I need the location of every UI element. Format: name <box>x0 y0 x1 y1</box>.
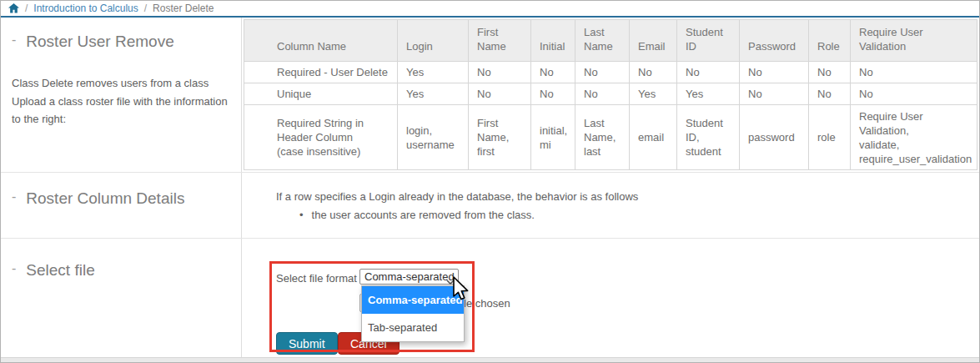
roster-user-remove-description: Class Delete removes users from a class … <box>12 74 234 128</box>
bullet-icon: • <box>299 209 304 221</box>
section-divider <box>1 238 979 239</box>
roster-delete-page: / Introduction to Calculus / Roster Dele… <box>0 0 980 363</box>
table-cell: Required String in Header Column (case i… <box>244 105 398 170</box>
table-cell: password <box>740 105 809 170</box>
file-format-dropdown-list[interactable]: Comma-separatedTab-separated <box>361 285 465 342</box>
table-cell: Require User Validation, validate, requi… <box>851 105 977 170</box>
table-cell: No <box>575 62 630 83</box>
table-header-cell: Email <box>630 20 677 62</box>
section-title: Roster Column Details <box>26 189 184 208</box>
home-icon[interactable] <box>8 3 19 13</box>
section-title: Select file <box>26 261 94 280</box>
table-cell: No <box>851 83 977 105</box>
dropdown-option[interactable]: Tab-separated <box>362 314 464 341</box>
breadcrumb-separator: / <box>25 3 28 14</box>
file-format-select[interactable]: Comma-separated <box>359 269 459 285</box>
table-cell: initial, mi <box>531 105 575 170</box>
selected-option-label: Comma-separated <box>364 270 455 283</box>
column-details-bullet: • the user accounts are removed from the… <box>299 209 535 221</box>
table-cell: No <box>469 62 531 83</box>
section-divider <box>1 172 979 173</box>
table-cell: No <box>740 62 809 83</box>
bullet-text: the user accounts are removed from the c… <box>312 209 535 221</box>
table-row: Required - User DeleteYesNoNoNoNoNoNoNoN… <box>244 62 977 83</box>
table-cell: No <box>809 62 851 83</box>
table-cell: No <box>531 62 575 83</box>
accent-divider <box>1 16 979 18</box>
table-cell: No <box>740 83 809 105</box>
table-cell: login, username <box>398 105 469 170</box>
column-details-intro: If a row specifies a Login already in th… <box>276 190 638 203</box>
column-divider <box>241 18 242 357</box>
table-header-cell: Initial <box>531 20 575 62</box>
breadcrumb: / Introduction to Calculus / Roster Dele… <box>1 1 979 16</box>
table-header-cell: Column Name <box>244 20 398 62</box>
table-cell: email <box>630 105 677 170</box>
collapse-minus-icon[interactable]: - <box>12 33 16 48</box>
table-header-row: Column NameLoginFirst NameInitialLast Na… <box>244 20 977 62</box>
table-header-cell: Student ID <box>677 20 740 62</box>
table-row: UniqueYesNoNoNoYesYesNoNoNo <box>244 83 977 105</box>
table-cell: No <box>531 83 575 105</box>
table-cell: Required - User Delete <box>244 62 398 83</box>
table-header-cell: Password <box>740 20 809 62</box>
table-cell: Student ID, student <box>677 105 740 170</box>
breadcrumb-course-link[interactable]: Introduction to Calculus <box>33 3 138 14</box>
section-title: Roster User Remove <box>26 33 173 51</box>
breadcrumb-current: Roster Delete <box>153 3 214 14</box>
select-file-format-label: Select file format <box>276 272 357 285</box>
table-row: Required String in Header Column (case i… <box>244 105 977 170</box>
table-header-cell: Require User Validation <box>851 20 977 62</box>
bottom-strip <box>1 357 979 363</box>
description-line: Class Delete removes users from a class <box>12 74 234 92</box>
description-line: Upload a class roster file with the info… <box>12 93 234 128</box>
table-header-cell: Last Name <box>575 20 630 62</box>
table-cell: No <box>851 62 977 83</box>
submit-button[interactable]: Submit <box>276 332 338 355</box>
table-cell: No <box>677 62 740 83</box>
table-header-cell: First Name <box>469 20 531 62</box>
table-header-cell: Login <box>398 20 469 62</box>
section-heading-select-file[interactable]: - Select file <box>12 261 95 280</box>
table-cell: Unique <box>244 83 398 105</box>
table-cell: No <box>630 62 677 83</box>
roster-columns-table: Column NameLoginFirst NameInitialLast Na… <box>244 19 977 170</box>
table-cell: Last Name, last <box>575 105 630 170</box>
table-cell: No <box>469 83 531 105</box>
section-heading-roster-user-remove[interactable]: - Roster User Remove <box>12 33 174 51</box>
table-cell: Yes <box>398 83 469 105</box>
dropdown-option[interactable]: Comma-separated <box>362 286 464 314</box>
table-cell: Yes <box>630 83 677 105</box>
table-cell: First Name, first <box>469 105 531 170</box>
breadcrumb-separator: / <box>144 3 147 14</box>
table-cell: No <box>809 83 851 105</box>
table-cell: Yes <box>398 62 469 83</box>
collapse-minus-icon[interactable]: - <box>12 189 16 204</box>
table-cell: Yes <box>677 83 740 105</box>
table-header-cell: Role <box>809 20 851 62</box>
collapse-minus-icon[interactable]: - <box>12 261 16 276</box>
table-cell: No <box>575 83 630 105</box>
section-heading-roster-column-details[interactable]: - Roster Column Details <box>12 189 184 208</box>
table-cell: role <box>809 105 851 170</box>
